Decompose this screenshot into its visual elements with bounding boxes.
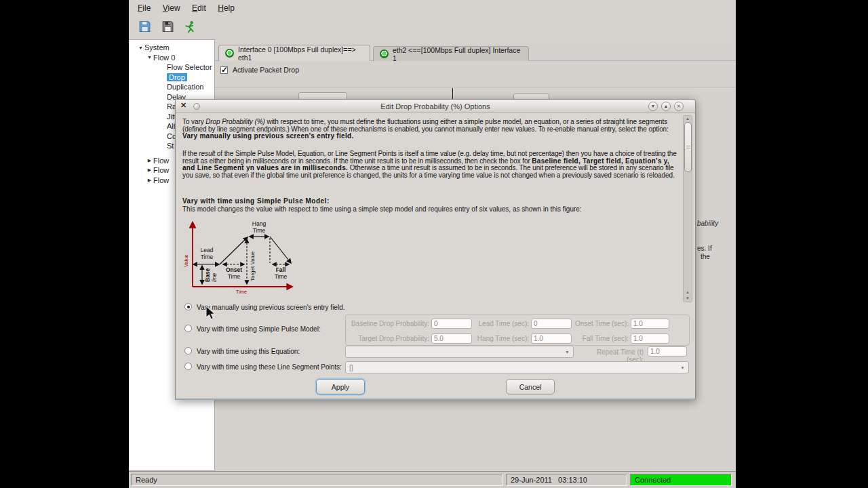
svg-text:line: line <box>211 272 218 282</box>
tree-item-drop[interactable]: Drop <box>129 73 214 83</box>
background-text-fragment: the <box>701 253 710 260</box>
tree-item-flow-selector[interactable]: Flow Selector <box>129 62 214 73</box>
dialog-scrollbar[interactable]: ▲ ▲ ▼ <box>683 115 692 302</box>
mouse-cursor <box>205 306 216 321</box>
divider <box>215 87 736 87</box>
dialog-paragraph-1: To vary Drop Probability (%) with respec… <box>182 119 679 140</box>
scroll-up-icon[interactable]: ▲ <box>684 117 692 121</box>
pulse-model-figure: Value Time Lead Time Base line Onset Tim… <box>182 218 302 296</box>
radio-line-segments[interactable]: Vary with time using these Line Segment … <box>184 363 342 371</box>
close-icon[interactable]: ✕ <box>180 101 186 110</box>
svg-text:Time: Time <box>201 253 214 260</box>
chevron-down-icon: ▼ <box>680 365 685 370</box>
pulse-fields-group: Baseline Drop Probability: Lead Time (se… <box>345 314 690 346</box>
shade-icon[interactable]: ▼ <box>648 102 658 111</box>
onset-time-input[interactable] <box>631 319 669 329</box>
menu-file[interactable]: File <box>138 3 151 13</box>
line-segments-combobox[interactable]: [] ▼ <box>345 361 689 373</box>
lead-time-input[interactable] <box>531 319 572 329</box>
tree-item-duplication[interactable]: Duplication <box>129 82 214 92</box>
target-label: Target Drop Probability: <box>346 335 429 342</box>
tab-interface1[interactable]: eth2 <==[100Mbps Full duplex] Interface … <box>373 46 529 61</box>
run-icon[interactable] <box>183 20 198 35</box>
status-ready: Ready <box>131 474 502 486</box>
chevron-down-icon: ▼ <box>146 55 153 60</box>
scroll-down-icon[interactable]: ▼ <box>684 296 692 300</box>
fall-time-label: Fall Time (sec): <box>572 335 629 342</box>
menu-edit[interactable]: Edit <box>192 3 206 13</box>
svg-text:Value: Value <box>183 254 189 267</box>
svg-text:Onset: Onset <box>226 266 242 273</box>
dialog-paragraph-2: If the result of the Simple Pulse Model,… <box>182 150 679 179</box>
radio-button[interactable] <box>184 325 192 332</box>
radio-button[interactable] <box>184 347 192 354</box>
svg-text:Time: Time <box>236 289 247 295</box>
cancel-button[interactable]: Cancel <box>506 379 555 394</box>
chevron-right-icon: ▶ <box>146 178 153 183</box>
activate-packet-drop-row: Activate Packet Drop <box>220 66 299 74</box>
menubar: File View Edit Help <box>129 0 736 16</box>
hang-time-input[interactable] <box>531 333 572 344</box>
svg-text:Time: Time <box>275 273 288 280</box>
radio-simple-pulse[interactable]: Vary with time using Simple Pulse Model: <box>184 325 321 333</box>
chevron-right-icon: ▶ <box>146 158 153 163</box>
tab-strip: Interface 0 [100Mbps Full duplex]==> eth… <box>215 39 736 61</box>
activate-packet-drop-checkbox[interactable] <box>220 66 228 74</box>
lead-time-label: Lead Time (sec): <box>472 320 529 327</box>
text-caret <box>452 88 453 99</box>
status-datetime: 29-Jun-2011 03:13:10 <box>506 474 627 486</box>
menu-help[interactable]: Help <box>218 3 235 13</box>
scroll-up-icon[interactable]: ▲ <box>684 290 692 294</box>
unshade-icon[interactable]: ▲ <box>661 102 671 111</box>
radio-equation[interactable]: Vary with time using this Equation: <box>184 347 300 355</box>
close-icon[interactable]: ✕ <box>674 102 684 111</box>
hang-time-label: Hang Time (sec): <box>472 335 529 342</box>
svg-text:Lead: Lead <box>201 247 214 253</box>
dialog-titlebar[interactable]: ✕ Edit Drop Probability (%) Options ▼ ▲ … <box>176 100 695 113</box>
open-file-icon[interactable] <box>138 20 153 35</box>
target-input[interactable] <box>431 333 472 344</box>
chevron-down-icon: ▼ <box>565 350 570 354</box>
svg-text:Time: Time <box>228 273 241 280</box>
tree-item-flow0[interactable]: ▼Flow 0 <box>129 53 214 63</box>
svg-text:Hang: Hang <box>252 220 267 227</box>
status-connected-badge: Connected <box>630 474 732 486</box>
toolbar <box>129 16 736 39</box>
radio-button[interactable] <box>184 303 192 310</box>
green-led-icon <box>380 49 389 58</box>
equation-combobox[interactable]: ▼ <box>345 346 574 358</box>
svg-text:Fall: Fall <box>276 266 286 273</box>
svg-text:Target Value: Target Value <box>250 251 256 281</box>
baseline-label: Baseline Drop Probability: <box>346 320 429 327</box>
tree-item-system[interactable]: ▼System <box>129 43 214 53</box>
activate-packet-drop-label: Activate Packet Drop <box>233 66 299 74</box>
background-text-fragment: es. If <box>697 245 712 252</box>
onset-time-label: Onset Time (sec): <box>572 320 629 327</box>
menu-view[interactable]: View <box>163 3 180 13</box>
fall-time-input[interactable] <box>631 333 669 344</box>
svg-text:Time: Time <box>253 227 266 234</box>
chevron-down-icon: ▼ <box>137 45 144 50</box>
window-menu-icon[interactable] <box>193 103 200 110</box>
scrollbar-thumb[interactable] <box>684 122 692 172</box>
pulse-model-description: This model changes the value with respec… <box>182 205 582 213</box>
baseline-input[interactable] <box>431 319 472 329</box>
pulse-model-heading: Vary with time using Simple Pulse Model: <box>182 197 330 205</box>
save-file-icon[interactable] <box>161 20 176 35</box>
repeat-time-input[interactable] <box>648 346 687 357</box>
green-led-icon <box>225 49 234 58</box>
tab-interface0[interactable]: Interface 0 [100Mbps Full duplex]==> eth… <box>218 45 370 61</box>
radio-button[interactable] <box>184 363 192 370</box>
background-text-fragment: bability <box>697 220 718 227</box>
statusbar: Ready 29-Jun-2011 03:13:10 Connected <box>129 471 736 488</box>
svg-text:Base: Base <box>204 268 211 282</box>
dialog-title: Edit Drop Probability (%) Options <box>380 102 490 110</box>
edit-drop-probability-dialog: ✕ Edit Drop Probability (%) Options ▼ ▲ … <box>175 99 696 400</box>
chevron-right-icon: ▶ <box>146 167 153 173</box>
line-segments-value: [] <box>349 364 353 371</box>
apply-button[interactable]: Apply <box>316 379 365 394</box>
